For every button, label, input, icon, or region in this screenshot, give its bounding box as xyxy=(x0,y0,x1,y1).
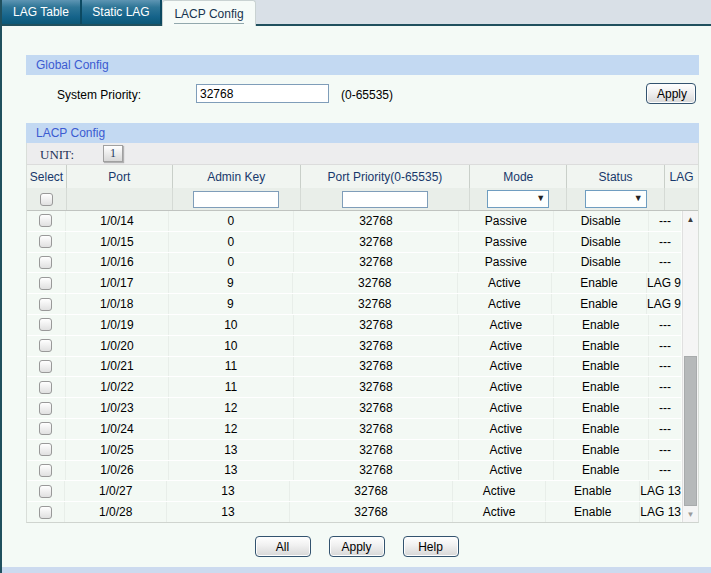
cell-status: Disable xyxy=(554,253,649,273)
row-select-checkbox[interactable] xyxy=(39,360,52,373)
row-select-checkbox[interactable] xyxy=(39,464,52,477)
global-apply-button[interactable]: Apply xyxy=(646,83,696,104)
cell-port-priority: 32768 xyxy=(294,211,459,231)
cell-port-priority: 32768 xyxy=(290,502,453,522)
row-select-checkbox[interactable] xyxy=(39,256,52,269)
tab-lag-table[interactable]: LAG Table xyxy=(2,0,82,24)
table-row: 1/0/17932768ActiveEnableLAG 9 xyxy=(27,273,681,294)
cell-port-priority: 32768 xyxy=(294,315,459,335)
cell-status: Enable xyxy=(554,461,649,481)
help-button[interactable]: Help xyxy=(403,536,459,557)
cell-status: Enable xyxy=(552,294,647,314)
col-header-status: Status xyxy=(567,165,665,188)
row-select-checkbox[interactable] xyxy=(39,235,52,248)
tab-label: LAG Table xyxy=(13,5,69,19)
row-select-checkbox[interactable] xyxy=(39,402,52,415)
cell-mode: Active xyxy=(459,398,553,418)
col-header-port: Port xyxy=(67,165,173,188)
all-button[interactable]: All xyxy=(255,536,311,557)
unit-1-button[interactable]: 1 xyxy=(103,145,123,162)
cell-admin-key: 13 xyxy=(167,502,290,522)
cell-port: 1/0/20 xyxy=(66,336,169,356)
cell-status: Enable xyxy=(554,377,649,397)
cell-port: 1/0/17 xyxy=(66,273,169,293)
cell-lag: --- xyxy=(649,253,681,273)
cell-lag: --- xyxy=(649,315,681,335)
cell-status: Disable xyxy=(554,211,649,231)
row-select-checkbox[interactable] xyxy=(39,298,52,311)
col-header-mode: Mode xyxy=(470,165,567,188)
cell-lag: --- xyxy=(649,211,681,231)
cell-lag: --- xyxy=(649,232,681,252)
scrollbar-thumb[interactable] xyxy=(684,356,697,506)
row-select-checkbox[interactable] xyxy=(39,339,52,352)
table-header-row: Select Port Admin Key Port Priority(0-65… xyxy=(27,165,698,188)
table-row: 1/0/201032768ActiveEnable--- xyxy=(27,336,681,357)
cell-port-priority: 32768 xyxy=(294,440,459,460)
cell-mode: Active xyxy=(459,419,553,439)
cell-port-priority: 32768 xyxy=(294,398,459,418)
system-priority-input[interactable] xyxy=(196,84,329,103)
cell-port: 1/0/18 xyxy=(66,294,169,314)
cell-mode: Active xyxy=(458,273,552,293)
bottom-strip xyxy=(2,567,711,573)
cell-port: 1/0/15 xyxy=(66,232,169,252)
row-select-checkbox[interactable] xyxy=(39,318,52,331)
table-row: 1/0/191032768ActiveEnable--- xyxy=(27,315,681,336)
col-header-select: Select xyxy=(27,165,67,188)
cell-mode: Active xyxy=(459,357,553,377)
cell-admin-key: 11 xyxy=(169,377,294,397)
cell-port-priority: 32768 xyxy=(294,336,459,356)
cell-port-priority: 32768 xyxy=(293,294,458,314)
dropdown-arrow-icon: ▼ xyxy=(634,193,643,203)
cell-admin-key: 9 xyxy=(169,273,293,293)
row-select-checkbox[interactable] xyxy=(39,214,52,227)
scroll-up-icon[interactable]: ▲ xyxy=(683,211,698,227)
cell-status: Enable xyxy=(546,481,640,501)
page: LAG Table Static LAG LACP Config Global … xyxy=(0,0,711,573)
row-select-checkbox[interactable] xyxy=(39,422,52,435)
cell-admin-key: 12 xyxy=(169,419,294,439)
table-scrollbar[interactable]: ▲ ▼ xyxy=(682,211,698,522)
row-select-checkbox[interactable] xyxy=(39,506,52,519)
row-select-checkbox[interactable] xyxy=(39,443,52,456)
port-priority-filter-input[interactable] xyxy=(342,191,428,208)
table-row: 1/0/18932768ActiveEnableLAG 9 xyxy=(27,294,681,315)
cell-admin-key: 13 xyxy=(169,440,294,460)
row-select-checkbox[interactable] xyxy=(39,277,52,290)
cell-port: 1/0/27 xyxy=(65,481,167,501)
unit-label: UNIT: xyxy=(40,147,74,163)
admin-key-filter-input[interactable] xyxy=(193,191,279,208)
cell-status: Enable xyxy=(554,336,649,356)
cell-port-priority: 32768 xyxy=(290,481,453,501)
cell-admin-key: 10 xyxy=(169,315,294,335)
cell-lag: --- xyxy=(649,357,681,377)
cell-status: Enable xyxy=(554,419,649,439)
scroll-down-icon[interactable]: ▼ xyxy=(683,506,698,522)
table-row: 1/0/251332768ActiveEnable--- xyxy=(27,440,681,461)
tab-static-lag[interactable]: Static LAG xyxy=(82,0,162,24)
mode-select[interactable]: ▼ xyxy=(487,190,549,208)
cell-mode: Passive xyxy=(459,253,553,273)
cell-port: 1/0/14 xyxy=(66,211,169,231)
row-select-checkbox[interactable] xyxy=(39,381,52,394)
tab-lacp-config[interactable]: LACP Config xyxy=(162,0,256,26)
row-select-checkbox[interactable] xyxy=(39,485,52,498)
select-all-checkbox[interactable] xyxy=(40,193,53,206)
content-area: Global Config System Priority: (0-65535)… xyxy=(2,26,711,567)
cell-port: 1/0/25 xyxy=(66,440,169,460)
table-row: 1/0/261332768ActiveEnable--- xyxy=(27,461,681,482)
cell-mode: Active xyxy=(459,440,553,460)
status-select[interactable]: ▼ xyxy=(585,190,647,208)
table-row: 1/0/231232768ActiveEnable--- xyxy=(27,398,681,419)
filter-port-empty xyxy=(67,188,173,210)
cell-status: Disable xyxy=(554,232,649,252)
cell-port: 1/0/21 xyxy=(66,357,169,377)
cell-port: 1/0/19 xyxy=(66,315,169,335)
col-header-admin-key: Admin Key xyxy=(173,165,301,188)
apply-button[interactable]: Apply xyxy=(329,536,385,557)
table-row: 1/0/211132768ActiveEnable--- xyxy=(27,357,681,378)
cell-lag: LAG 13 xyxy=(640,502,681,522)
table-row: 1/0/15032768PassiveDisable--- xyxy=(27,232,681,253)
cell-port: 1/0/22 xyxy=(66,377,169,397)
